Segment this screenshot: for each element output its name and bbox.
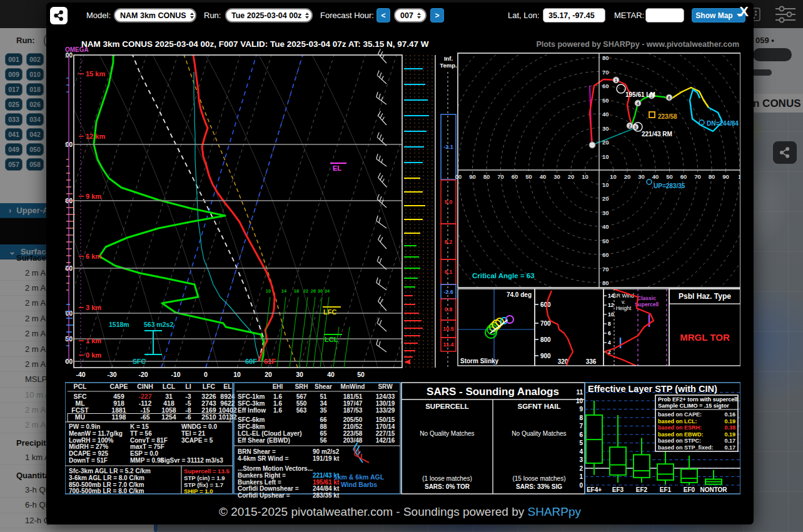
svg-text:-2.1: -2.1	[443, 144, 453, 150]
svg-text:-10: -10	[171, 371, 180, 378]
svg-text:30: 30	[638, 173, 645, 180]
svg-text:142/16: 142/16	[376, 437, 395, 444]
svg-text:-65: -65	[140, 413, 149, 421]
svg-text:No Quality Matches: No Quality Matches	[420, 430, 474, 437]
svg-text:20: 20	[602, 195, 609, 202]
svg-text:SARS: 0% TOR: SARS: 0% TOR	[425, 483, 470, 490]
svg-text:WNDG = 0.0: WNDG = 0.0	[181, 423, 217, 430]
svg-text:LCL: LCL	[325, 336, 338, 343]
select-arrows-icon	[417, 13, 422, 19]
model-select[interactable]: NAM 3km CONUS	[114, 8, 196, 23]
svg-text:50: 50	[602, 238, 609, 244]
svg-text:30: 30	[553, 173, 560, 180]
svg-text:8: 8	[579, 414, 583, 421]
svg-text:4: 4	[637, 101, 639, 106]
svg-text:2: 2	[579, 465, 583, 472]
svg-text:10: 10	[608, 311, 614, 318]
svg-text:Effective Layer STP (with CIN): Effective Layer STP (with CIN)	[588, 384, 717, 394]
svg-text:3 km: 3 km	[86, 304, 101, 311]
svg-text:-2.6: -2.6	[443, 289, 453, 295]
svg-text:60: 60	[602, 251, 609, 258]
svg-text:1254: 1254	[161, 413, 176, 421]
svg-text:SUPERCELL: SUPERCELL	[425, 403, 469, 410]
svg-text:SRW: SRW	[378, 383, 393, 390]
svg-text:MidRH = 27%: MidRH = 27%	[69, 443, 108, 450]
svg-text:MeanW = 11.7g/kg: MeanW = 11.7g/kg	[69, 430, 123, 437]
svg-text:EF4+: EF4+	[587, 486, 602, 493]
svg-text:MnWind: MnWind	[341, 383, 365, 390]
svg-text:Corfidi Downshear =: Corfidi Downshear =	[238, 485, 299, 492]
forecast-hour-select[interactable]: 007	[394, 8, 427, 23]
latlon-label: Lat, Lon:	[508, 11, 540, 20]
svg-text:Plots powered by SHARPpy - www: Plots powered by SHARPpy - www.pivotalwe…	[536, 40, 739, 49]
svg-text:2510: 2510	[201, 413, 216, 421]
svg-text:CAPE: CAPE	[109, 383, 128, 390]
svg-text:700: 700	[540, 320, 551, 327]
svg-text:Sfc-3km AGL LR = 5.2 C/km: Sfc-3km AGL LR = 5.2 C/km	[69, 468, 151, 474]
svg-text:TEI = 21: TEI = 21	[181, 430, 206, 437]
svg-text:Shear: Shear	[315, 383, 332, 390]
svg-text:SigSvr = 31112 m3/s3: SigSvr = 31112 m3/s3	[160, 457, 223, 464]
svg-text:12 km: 12 km	[86, 133, 105, 140]
figure-title: NAM 3km CONUS 2025-03-04 00z, F007 VALID…	[81, 39, 739, 49]
svg-text:80: 80	[709, 173, 715, 180]
svg-text:14: 14	[281, 288, 287, 294]
svg-text:UP=283/35: UP=283/35	[654, 183, 685, 189]
svg-text:SFC-8km: SFC-8km	[238, 423, 265, 430]
show-map-button[interactable]: Show Map	[692, 8, 745, 23]
svg-text:12: 12	[608, 302, 614, 308]
svg-text:SFC: SFC	[133, 358, 146, 365]
metar-input[interactable]	[645, 8, 684, 23]
svg-text:10.5: 10.5	[443, 326, 454, 332]
svg-text:1.6: 1.6	[273, 393, 282, 400]
svg-text:34: 34	[320, 400, 327, 407]
svg-text:1.6: 1.6	[273, 400, 282, 407]
prev-hour-button[interactable]: <	[376, 8, 390, 23]
svg-text:90 m2/s2: 90 m2/s2	[313, 448, 340, 455]
svg-text:18: 18	[294, 288, 299, 294]
svg-text:Temp.: Temp.	[440, 62, 457, 69]
sharppy-link[interactable]: SHARPpy	[528, 505, 582, 518]
svg-text:Eff Inflow: Eff Inflow	[238, 407, 266, 414]
run-select[interactable]: Tue 2025-03-04 00z	[225, 8, 313, 23]
svg-text:6.1: 6.1	[445, 269, 453, 275]
svg-text:6 km: 6 km	[86, 253, 101, 260]
model-label: Model:	[86, 11, 111, 20]
forecast-hour-label: Forecast Hour:	[320, 11, 374, 20]
svg-text:20: 20	[624, 173, 631, 180]
svg-text:maxT = 75F: maxT = 75F	[130, 443, 164, 450]
svg-text:based on ESRH:: based on ESRH:	[658, 424, 702, 431]
svg-text:3CAPE = 5: 3CAPE = 5	[181, 437, 213, 444]
svg-text:LFC: LFC	[203, 383, 216, 390]
svg-text:40: 40	[327, 371, 335, 378]
svg-text:221/43 RM: 221/43 RM	[642, 131, 672, 138]
svg-text:EHI: EHI	[273, 383, 283, 390]
next-hour-button[interactable]: >	[430, 8, 444, 23]
svg-text:MMP = 0.98: MMP = 0.98	[130, 457, 164, 464]
svg-text:EF0: EF0	[684, 486, 695, 493]
svg-text:700-500mb LR = 8.0 C/km: 700-500mb LR = 8.0 C/km	[69, 488, 144, 494]
svg-text:Wind Barbs: Wind Barbs	[341, 481, 377, 488]
svg-text:0: 0	[579, 482, 583, 489]
svg-text:LFC: LFC	[323, 308, 336, 316]
modal-share-button[interactable]	[50, 7, 68, 24]
svg-text:SARS: 33% SIG: SARS: 33% SIG	[516, 483, 562, 490]
svg-text:197/47: 197/47	[343, 400, 363, 407]
svg-text:Height: Height	[616, 305, 632, 311]
svg-text:195/61 LM: 195/61 LM	[625, 91, 655, 98]
latlon-input[interactable]: 35.17, -97.45	[543, 8, 605, 23]
svg-text:61F: 61F	[264, 358, 276, 365]
svg-text:56: 56	[320, 437, 327, 444]
svg-text:34: 34	[325, 288, 330, 294]
close-button[interactable]: X	[739, 4, 749, 20]
svg-text:900: 900	[540, 353, 551, 359]
metar-label: METAR:	[614, 11, 644, 20]
select-arrows-icon	[190, 13, 194, 19]
svg-text:0 km: 0 km	[86, 351, 101, 359]
svg-text:80: 80	[602, 279, 609, 286]
svg-text:51: 51	[320, 393, 327, 400]
svg-text:10: 10	[582, 173, 588, 180]
svg-text:244/84 kt: 244/84 kt	[313, 485, 340, 492]
svg-text:15 km: 15 km	[86, 70, 105, 78]
svg-text:170/14: 170/14	[376, 423, 395, 430]
